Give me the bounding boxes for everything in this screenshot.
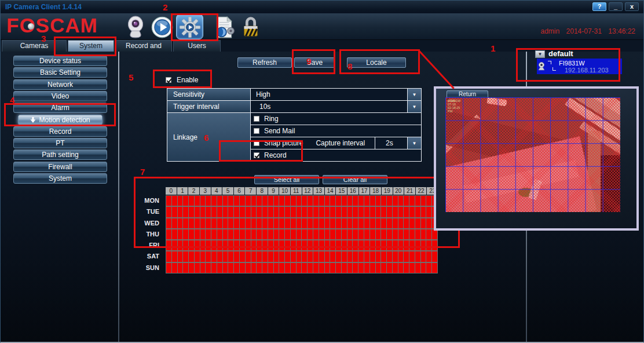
schedule-cell[interactable] [246, 218, 251, 228]
schedule-cell[interactable] [178, 263, 183, 273]
schedule-cell[interactable] [279, 263, 284, 273]
hour-header-cell[interactable]: 11 [291, 187, 302, 195]
schedule-cell[interactable] [166, 196, 171, 206]
schedule-cell[interactable] [364, 218, 369, 228]
schedule-cell[interactable] [228, 263, 233, 273]
schedule-cell[interactable] [166, 218, 171, 228]
schedule-cell[interactable] [342, 196, 347, 206]
schedule-cell[interactable] [195, 229, 200, 239]
schedule-cell[interactable] [376, 218, 381, 228]
schedule-cell[interactable] [330, 196, 335, 206]
schedule-cell[interactable] [189, 263, 194, 273]
schedule-cell[interactable] [223, 240, 228, 250]
ring-checkbox[interactable] [254, 116, 259, 122]
schedule-cell[interactable] [313, 196, 319, 206]
schedule-cell[interactable] [319, 240, 324, 250]
schedule-cell[interactable] [370, 218, 375, 228]
schedule-cell[interactable] [364, 229, 369, 239]
schedule-cell[interactable] [409, 251, 415, 261]
chevron-down-icon[interactable]: ▼ [407, 89, 421, 100]
snap-picture-checkbox[interactable] [254, 140, 259, 146]
schedule-cell[interactable] [319, 218, 324, 228]
schedule-cell[interactable] [421, 251, 426, 261]
schedule-cell[interactable] [370, 207, 375, 217]
schedule-cell[interactable] [342, 218, 347, 228]
schedule-cell[interactable] [302, 207, 307, 217]
schedule-cell[interactable] [415, 251, 420, 261]
schedule-cell[interactable] [404, 229, 409, 239]
schedule-cell[interactable] [251, 207, 257, 217]
schedule-cell[interactable] [217, 207, 222, 217]
schedule-cell[interactable] [358, 196, 364, 206]
schedule-cell[interactable] [404, 263, 409, 273]
schedule-cell[interactable] [358, 240, 364, 250]
schedule-cell[interactable] [381, 251, 386, 261]
schedule-cell[interactable] [257, 218, 262, 228]
schedule-cell[interactable] [172, 251, 177, 261]
schedule-cell[interactable] [166, 263, 171, 273]
schedule-cell[interactable] [189, 240, 194, 250]
schedule-cell[interactable] [336, 263, 341, 273]
schedule-cell[interactable] [274, 196, 279, 206]
schedule-cell[interactable] [358, 207, 364, 217]
schedule-cell[interactable] [353, 263, 358, 273]
schedule-cell[interactable] [387, 251, 392, 261]
schedule-cell[interactable] [268, 240, 273, 250]
schedule-cell[interactable] [347, 207, 353, 217]
schedule-cell[interactable] [257, 207, 262, 217]
schedule-cell[interactable] [195, 251, 200, 261]
hour-header-cell[interactable]: 18 [370, 187, 381, 195]
schedule-cell[interactable] [166, 207, 171, 217]
schedule-cell[interactable] [370, 196, 375, 206]
schedule-cell[interactable] [251, 196, 257, 206]
schedule-cell[interactable] [421, 196, 426, 206]
schedule-cell[interactable] [206, 207, 211, 217]
sidebar-item-video[interactable]: Video [13, 91, 107, 101]
schedule-cell[interactable] [432, 251, 437, 261]
sidebar-item-device-status[interactable]: Device status [13, 56, 107, 66]
schedule-cell[interactable] [376, 240, 381, 250]
schedule-cell[interactable] [200, 229, 206, 239]
schedule-cell[interactable] [206, 229, 211, 239]
sidebar-item-motion-detection[interactable]: Motion detection [18, 115, 103, 125]
schedule-cell[interactable] [206, 263, 211, 273]
schedule-cell[interactable] [398, 240, 404, 250]
locale-button[interactable]: Locale [347, 57, 406, 68]
schedule-cell[interactable] [211, 229, 217, 239]
schedule-cell[interactable] [426, 263, 431, 273]
schedule-cell[interactable] [195, 196, 200, 206]
schedule-cell[interactable] [262, 240, 268, 250]
schedule-cell[interactable] [257, 263, 262, 273]
schedule-cell[interactable] [172, 263, 177, 273]
schedule-cell[interactable] [358, 251, 364, 261]
trigger-interval-select[interactable]: 10s ▼ [251, 101, 421, 113]
schedule-cell[interactable] [313, 240, 319, 250]
schedule-cell[interactable] [217, 218, 222, 228]
hour-header-cell[interactable]: 15 [336, 187, 347, 195]
schedule-cell[interactable] [178, 229, 183, 239]
schedule-cell[interactable] [279, 251, 284, 261]
schedule-cell[interactable] [421, 218, 426, 228]
tab-users[interactable]: Users [173, 40, 221, 52]
schedule-cell[interactable] [246, 207, 251, 217]
schedule-cell[interactable] [409, 263, 415, 273]
schedule-cell[interactable] [291, 196, 296, 206]
schedule-cell[interactable] [195, 240, 200, 250]
schedule-cell[interactable] [234, 196, 239, 206]
hour-header-cell[interactable]: 10 [279, 187, 290, 195]
schedule-cell[interactable] [302, 229, 307, 239]
hour-header-cell[interactable]: 19 [382, 187, 393, 195]
schedule-cell[interactable] [189, 207, 194, 217]
schedule-cell[interactable] [206, 240, 211, 250]
schedule-cell[interactable] [376, 263, 381, 273]
schedule-cell[interactable] [308, 229, 313, 239]
schedule-cell[interactable] [228, 196, 233, 206]
schedule-cell[interactable] [308, 207, 313, 217]
schedule-cell[interactable] [347, 263, 353, 273]
schedule-cell[interactable] [246, 229, 251, 239]
schedule-cell[interactable] [342, 229, 347, 239]
schedule-cell[interactable] [319, 229, 324, 239]
schedule-cell[interactable] [223, 263, 228, 273]
hour-header-cell[interactable]: 17 [359, 187, 370, 195]
schedule-cell[interactable] [251, 229, 257, 239]
